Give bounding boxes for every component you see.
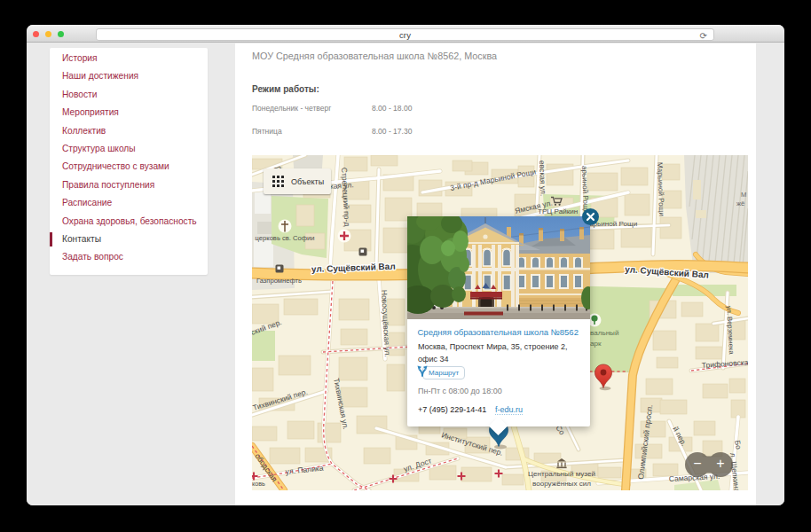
map-building [625, 194, 650, 215]
map-street-label: арьиной Рощи [580, 166, 590, 214]
map-building [646, 379, 673, 395]
webpage: ИсторияНаши достиженияНовостиМероприятия… [27, 43, 784, 505]
sidebar-item[interactable]: Задать вопрос [50, 248, 208, 266]
zoom-in-button[interactable]: + [708, 452, 733, 477]
map-street-label: кая ул. [329, 180, 354, 191]
sidebar-item-label: Структура школы [62, 144, 136, 153]
sidebar-item[interactable]: Мероприятия [50, 104, 208, 121]
screenshot-stage: сгу ⟳ ИсторияНаши достиженияНовостиМероп… [0, 0, 811, 532]
sidebar-item-label: Расписание [62, 198, 112, 207]
sidebar-item-label: Мероприятия [62, 107, 119, 117]
map-building [296, 205, 314, 226]
map-street-label: жё [736, 200, 744, 207]
place-card-site-link[interactable]: f-edu.ru [495, 406, 523, 415]
route-row: Маршрут [417, 365, 465, 380]
map-street-label: вальный [590, 329, 618, 337]
sidebar-item[interactable]: Сотрудничество с вузами [50, 158, 208, 176]
medical-cross-icon [338, 230, 351, 243]
map-building [502, 474, 524, 485]
close-window-button[interactable] [33, 31, 39, 37]
map-building [653, 331, 676, 350]
card-close-button[interactable] [582, 208, 599, 225]
map-building [252, 368, 273, 391]
schedule-hours: 8.00 - 17.30 [372, 128, 412, 136]
sidebar-item[interactable]: История [50, 50, 208, 67]
map-building [318, 423, 341, 442]
map-building [287, 421, 314, 439]
sidebar-item-label: Сотрудничество с вузами [62, 161, 169, 171]
map-building [279, 356, 311, 375]
map-street-label: Центральный музей [528, 470, 595, 478]
map-building [729, 379, 745, 393]
map-building [694, 421, 715, 435]
browser-window: сгу ⟳ ИсторияНаши достиженияНовостиМероп… [27, 25, 784, 505]
sidebar-item[interactable]: Структура школы [50, 140, 208, 158]
schedule-hours: 8.00 - 18.00 [372, 105, 412, 113]
sidebar-item-label: Правила поступления [62, 180, 154, 190]
map-building [339, 299, 369, 320]
zoom-out-button[interactable]: − [685, 452, 710, 477]
route-icon [417, 365, 428, 377]
map-street-label: ТРЦ Райкин [538, 207, 578, 215]
map-building [696, 347, 722, 359]
zoom-window-button[interactable] [58, 31, 64, 37]
map-street-label: церковь св. Софии [256, 234, 315, 242]
route-button[interactable]: Маршрут [422, 366, 465, 380]
address-bar-text: сгу [399, 30, 411, 40]
church-icon [279, 220, 292, 233]
sidebar-item-label: Задать вопрос [62, 252, 123, 262]
place-card-title[interactable]: Средняя образовательная школа №8562 [418, 328, 588, 337]
map-street-label: ковь [252, 480, 265, 488]
map-building [598, 467, 621, 478]
place-info-card: Средняя образовательная школа №8562 Моск… [407, 216, 590, 426]
sidebar-item-label: Коллектив [62, 126, 106, 136]
map-street-label: вооружённых сил [532, 480, 591, 488]
map-building [660, 400, 687, 414]
sidebar-item[interactable]: Новости [50, 86, 208, 104]
map-building [681, 302, 703, 317]
map-street-label: Газпромнефть [256, 277, 302, 285]
address-line-1: Москва, Проспект Мира, 35, строение 2, [418, 342, 567, 351]
sidebar-item-label: Контакты [62, 234, 101, 244]
sidebar-item-label: Новости [62, 90, 97, 99]
active-item-marker [50, 232, 52, 246]
sidebar-item[interactable]: Расписание [50, 194, 208, 212]
sidebar-item[interactable]: Коллектив [50, 122, 208, 140]
sidebar-item[interactable]: Охрана здоровья, безопасность [50, 213, 208, 231]
sidebar-item-label: Наши достижения [62, 71, 138, 81]
map[interactable]: ДвиСтрелецкий пр-дкая ул.3-й пр-д Марьин… [252, 155, 748, 490]
sidebar-item-label: Охрана здоровья, безопасность [62, 216, 197, 226]
map-street-label: М [741, 191, 746, 199]
map-building [453, 160, 472, 171]
map-zoom-control: − + [685, 452, 733, 477]
map-building [341, 329, 367, 345]
sidebar-item-label: История [62, 53, 98, 63]
page-title: МОУ Средняя образовательная школа №8562,… [252, 51, 497, 61]
map-building [339, 357, 367, 380]
map-building [587, 230, 614, 249]
place-card-address: Москва, Проспект Мира, 35, строение 2, о… [418, 341, 578, 365]
map-objects-button[interactable]: Объекты [264, 168, 331, 194]
map-building [371, 155, 398, 166]
tree-foliage [407, 216, 469, 314]
refresh-icon[interactable]: ⟳ [700, 30, 707, 42]
minimize-window-button[interactable] [45, 31, 51, 37]
map-building [284, 299, 318, 315]
map-street-label: евская ул. [538, 160, 547, 197]
map-building [461, 467, 492, 481]
sidebar-menu: ИсторияНаши достиженияНовостиМероприятия… [50, 48, 208, 275]
map-building [364, 448, 390, 464]
map-objects-label: Объекты [291, 177, 324, 186]
map-building [660, 217, 681, 239]
map-building [621, 168, 648, 185]
map-building [696, 324, 719, 341]
close-icon [582, 208, 599, 225]
address-bar[interactable]: сгу ⟳ [96, 28, 714, 41]
schedule-row: Пятница 8.00 - 17.30 [252, 128, 282, 136]
schedule-title: Режим работы: [252, 85, 319, 94]
schedule-row: Понедельник - четверг 8.00 - 18.00 [252, 105, 331, 113]
sidebar-item[interactable]: Наши достижения [50, 67, 208, 85]
sidebar-item[interactable]: Правила поступления [50, 176, 208, 194]
map-building [657, 357, 678, 368]
sidebar-item[interactable]: Контакты [50, 231, 208, 248]
